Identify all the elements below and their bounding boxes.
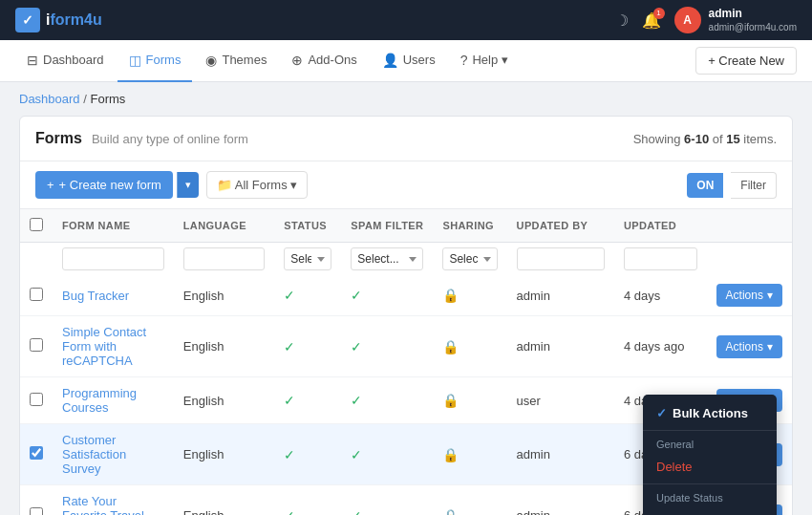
dropdown-active-item[interactable]: Active: [643, 507, 777, 515]
row-status-1: ✓: [274, 275, 341, 316]
sharing-lock-icon: 🔒: [442, 393, 459, 408]
row-checkbox-2[interactable]: [30, 338, 43, 352]
row-checkbox-4[interactable]: [30, 446, 43, 460]
dropdown-delete-item[interactable]: Delete: [643, 454, 777, 480]
nav-dashboard-label: Dashboard: [43, 53, 104, 67]
row-spam-3: ✓: [341, 377, 433, 424]
toggle-on-button[interactable]: ON: [687, 173, 723, 198]
th-actions: [707, 209, 792, 243]
users-icon: 👤: [382, 53, 398, 68]
user-email: admin@iform4u.com: [709, 21, 797, 33]
filter-status-select[interactable]: Select...: [284, 247, 331, 270]
form-name-link-2[interactable]: Simple Contact Form with reCAPTCHA: [62, 325, 146, 368]
form-name-link-5[interactable]: Rate Your Favorite Travel Destination: [62, 494, 144, 515]
notification-bell[interactable]: 🔔 1: [642, 11, 661, 30]
filter-spam-cell: Select...: [341, 243, 433, 276]
filter-updatedby-cell: [507, 243, 614, 276]
filter-row: Select... Select... Select...: [20, 243, 792, 276]
filter-name-input[interactable]: [62, 247, 164, 270]
moon-icon[interactable]: ☽: [615, 11, 629, 30]
logo: ✓ iform4u: [15, 8, 102, 32]
th-updated-by: UPDATED BY: [507, 209, 614, 243]
dropdown-divider-1: [643, 430, 777, 431]
actions-button-2[interactable]: Actions ▾: [716, 335, 782, 358]
form-name-link-4[interactable]: Customer Satisfaction Survey: [62, 433, 126, 476]
row-updatedby-5: admin: [507, 485, 614, 516]
nav-themes[interactable]: ◉ Themes: [194, 40, 278, 82]
logo-highlight: form: [50, 11, 84, 28]
form-name-link-1[interactable]: Bug Tracker: [62, 289, 129, 303]
breadcrumb-current: Forms: [90, 92, 125, 106]
row-checkbox-5[interactable]: [30, 507, 43, 515]
create-new-button[interactable]: + Create New: [695, 47, 797, 75]
row-sharing-3: 🔒: [433, 377, 506, 424]
create-form-dropdown-arrow[interactable]: ▾: [177, 172, 199, 198]
dropdown-title: ✓ Bulk Actions: [643, 400, 777, 426]
form-name-link-3[interactable]: Programming Courses: [62, 386, 137, 415]
table-row: Simple Contact Form with reCAPTCHA Engli…: [20, 316, 792, 377]
create-form-plus: +: [47, 178, 54, 192]
row-updatedby-2: admin: [507, 316, 614, 377]
filter-lang-input[interactable]: [183, 247, 266, 270]
row-updatedby-3: user: [507, 377, 614, 424]
filter-spam-select[interactable]: Select...: [351, 247, 423, 270]
row-actions-2: Actions ▾: [707, 316, 792, 377]
row-sharing-1: 🔒: [433, 275, 506, 316]
row-spam-1: ✓: [341, 275, 433, 316]
row-language-5: English: [174, 485, 275, 516]
showing-label: Showing: [633, 132, 684, 146]
nav-addons[interactable]: ⊕ Add-Ons: [280, 40, 368, 82]
row-checkbox-cell: [20, 316, 53, 377]
filter-button[interactable]: Filter: [731, 172, 777, 199]
nav-forms[interactable]: ◫ Forms: [118, 40, 193, 82]
dashboard-icon: ⊟: [27, 53, 38, 68]
row-checkbox-3[interactable]: [30, 393, 43, 406]
row-updatedby-4: admin: [507, 424, 614, 485]
breadcrumb-parent[interactable]: Dashboard: [19, 92, 80, 106]
nav-forms-label: Forms: [146, 53, 182, 67]
row-status-4: ✓: [274, 424, 341, 485]
row-status-2: ✓: [274, 316, 341, 377]
status-check-icon: ✓: [284, 393, 295, 408]
row-checkbox-cell: [20, 275, 53, 316]
row-updatedby-1: admin: [507, 275, 614, 316]
sharing-lock-icon: 🔒: [442, 339, 459, 354]
filter-updated-input[interactable]: [624, 247, 697, 270]
row-name-5: Rate Your Favorite Travel Destination: [53, 485, 174, 516]
all-forms-button[interactable]: 📁 All Forms ▾: [206, 171, 308, 199]
dropdown-divider-2: [643, 483, 777, 484]
header-right: ☽ 🔔 1 A admin admin@iform4u.com: [615, 7, 797, 34]
th-sharing: SHARING: [433, 209, 506, 243]
th-checkbox: [20, 209, 53, 243]
nav-dashboard[interactable]: ⊟ Dashboard: [15, 40, 116, 82]
sharing-lock-icon: 🔒: [442, 447, 459, 462]
user-info: admin admin@iform4u.com: [709, 7, 797, 34]
select-all-checkbox[interactable]: [30, 218, 43, 231]
filter-updatedby-input[interactable]: [517, 247, 605, 270]
actions-button-1[interactable]: Actions ▾: [716, 284, 782, 307]
user-avatar: A: [674, 7, 701, 33]
forms-table-container: FORM NAME LANGUAGE STATUS SPAM FILTER SH…: [20, 209, 792, 515]
filter-checkbox-cell: [20, 243, 53, 276]
main-nav: ⊟ Dashboard ◫ Forms ◉ Themes ⊕ Add-Ons 👤…: [0, 40, 812, 82]
row-checkbox-1[interactable]: [30, 288, 43, 301]
th-language: LANGUAGE: [174, 209, 275, 243]
create-form-label: + Create new form: [59, 178, 161, 192]
actions-arrow-2: ▾: [767, 340, 773, 354]
row-name-3: Programming Courses: [53, 377, 174, 424]
actions-arrow-1: ▾: [767, 289, 773, 302]
user-menu[interactable]: A admin admin@iform4u.com: [674, 7, 797, 34]
table-row: Bug Tracker English ✓ ✓ 🔒 admin 4 days A…: [20, 275, 792, 316]
row-checkbox-cell: [20, 377, 53, 424]
dropdown-check-icon: ✓: [656, 406, 667, 420]
filter-sharing-select[interactable]: Select...: [442, 247, 497, 270]
filter-sharing-cell: Select...: [433, 243, 506, 276]
create-form-button[interactable]: + + Create new form: [35, 171, 173, 199]
nav-help[interactable]: ? Help ▾: [449, 40, 520, 82]
nav-users[interactable]: 👤 Users: [371, 40, 447, 82]
row-name-1: Bug Tracker: [53, 275, 174, 316]
forms-title: Forms: [35, 130, 82, 147]
help-icon: ?: [460, 53, 468, 68]
th-spam-filter: SPAM FILTER: [341, 209, 433, 243]
row-checkbox-cell: [20, 485, 53, 516]
